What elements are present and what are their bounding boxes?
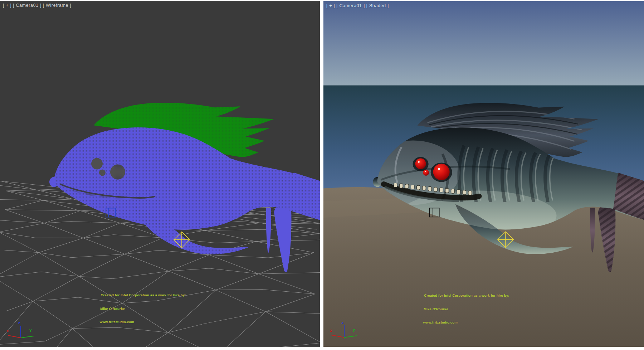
axis-y-label: y [353, 327, 355, 332]
axis-tripod-lines [327, 322, 363, 340]
watermark-line-2: Mike O'Rourke [100, 307, 186, 311]
viewport-wireframe[interactable]: [ + ] [ Camera01 ] [ Wireframe ] Created… [0, 1, 320, 347]
max-viewport-split-screen: { "viewports": { "left": { "label": "[ +… [0, 0, 644, 350]
watermark-line-3: www.fritzstudio.com [99, 320, 185, 325]
watermark-line-1: Created for Intel Corporation as a work … [101, 293, 186, 298]
watermark-line-2: Mike O'Rourke [424, 307, 509, 312]
axis-x-label: x [6, 329, 9, 333]
viewport-label-wireframe[interactable]: [ + ] [ Camera01 ] [ Wireframe ] [3, 3, 71, 8]
axis-x-label: x [330, 328, 332, 333]
viewport-label-shaded[interactable]: [ + ] [ Camera01 ] [ Shaded ] [326, 3, 389, 8]
axis-y-label: y [29, 328, 32, 332]
viewport-shaded[interactable]: [ + ] [ Camera01 ] [ Shaded ] Created fo… [323, 1, 644, 347]
watermark-line-3: www.fritzstudio.com [423, 320, 508, 325]
world-axis-tripod: x y z [4, 322, 39, 341]
axis-z-label: z [341, 320, 344, 325]
axis-tripod-lines [4, 322, 39, 341]
watermark-line-1: Created for Intel Corporation as a work … [424, 293, 509, 298]
watermark-text: Created for Intel Corporation as a work … [423, 285, 510, 334]
watermark-text: Created for Intel Corporation as a work … [99, 284, 186, 334]
axis-z-label: z [18, 321, 20, 325]
world-axis-tripod: x y z [327, 322, 363, 340]
